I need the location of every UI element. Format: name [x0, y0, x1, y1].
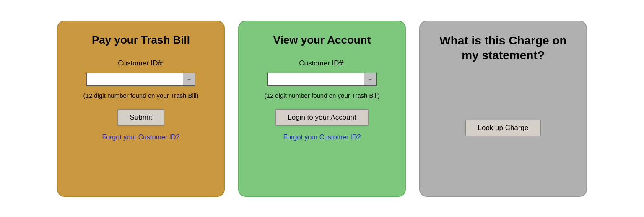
view-account-card: View your Account Customer ID#: ··· (12 …	[238, 21, 406, 197]
view-helper-text: (12 digit number found on your Trash Bil…	[264, 91, 379, 100]
pay-trash-bill-card: Pay your Trash Bill Customer ID#: ··· (1…	[57, 21, 225, 197]
pay-input-icon[interactable]: ···	[183, 73, 195, 85]
view-input-wrapper: ···	[267, 73, 377, 86]
pay-forgot-link[interactable]: Forgot your Customer ID?	[102, 133, 180, 141]
pay-helper-text: (12 digit number found on your Trash Bil…	[83, 91, 198, 100]
charge-lookup-title: What is this Charge on my statement?	[434, 33, 573, 63]
pay-customer-id-label: Customer ID#:	[118, 59, 164, 68]
charge-lookup-card: What is this Charge on my statement? Loo…	[419, 21, 587, 197]
pay-customer-id-input[interactable]	[87, 74, 183, 85]
view-forgot-link[interactable]: Forgot your Customer ID?	[283, 133, 361, 141]
lookup-charge-button[interactable]: Look up Charge	[465, 120, 541, 136]
view-customer-id-label: Customer ID#:	[299, 59, 345, 68]
view-input-icon[interactable]: ···	[364, 73, 376, 85]
view-customer-id-input[interactable]	[268, 74, 364, 85]
ellipsis-icon: ···	[369, 76, 371, 82]
pay-input-wrapper: ···	[86, 73, 195, 86]
pay-submit-button[interactable]: Submit	[117, 109, 165, 126]
view-account-title: View your Account	[273, 33, 371, 47]
pay-trash-bill-title: Pay your Trash Bill	[92, 33, 190, 47]
view-login-button[interactable]: Login to your Account	[275, 109, 369, 126]
ellipsis-icon: ···	[187, 76, 190, 82]
cards-container: Pay your Trash Bill Customer ID#: ··· (1…	[40, 4, 604, 214]
